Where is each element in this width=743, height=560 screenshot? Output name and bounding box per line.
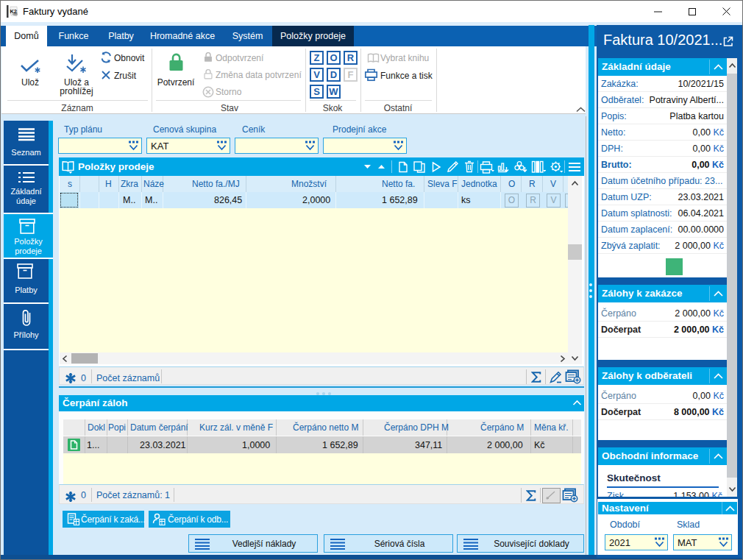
svg-text:K2: K2 [10,8,17,15]
